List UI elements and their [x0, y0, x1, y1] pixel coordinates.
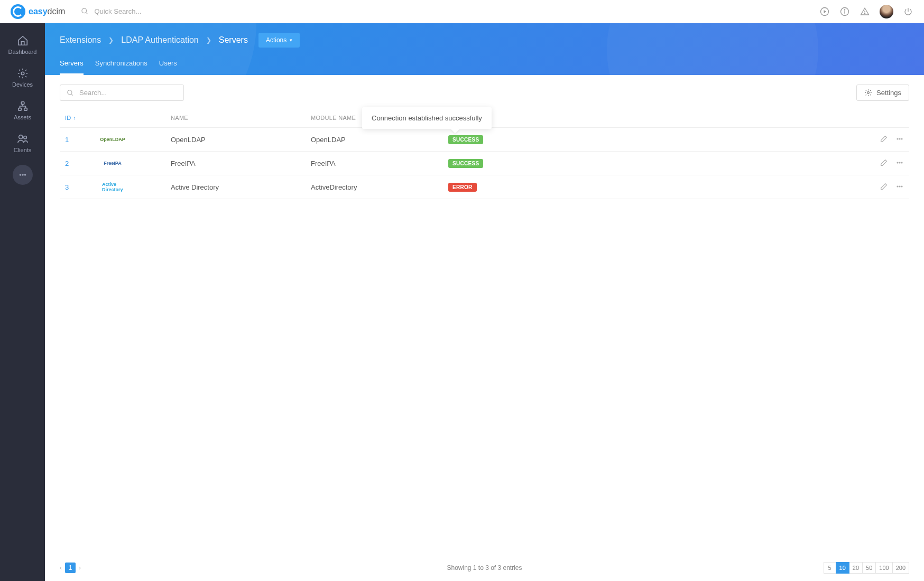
- info-icon[interactable]: [839, 6, 850, 17]
- search-icon: [81, 7, 89, 15]
- svg-point-8: [864, 13, 865, 14]
- svg-marker-3: [824, 10, 827, 13]
- play-icon[interactable]: [819, 6, 830, 17]
- logo-text: easydcim: [29, 7, 65, 16]
- topbar: easydcim Quick Search...: [0, 0, 924, 23]
- svg-point-6: [844, 10, 845, 10]
- svg-point-0: [82, 8, 87, 13]
- svg-line-1: [86, 12, 88, 14]
- avatar[interactable]: [880, 5, 893, 18]
- topbar-right: [819, 5, 913, 18]
- logo[interactable]: easydcim: [11, 4, 65, 19]
- warning-icon[interactable]: [860, 6, 870, 17]
- logo-mark-icon: [11, 4, 25, 19]
- quick-search-placeholder: Quick Search...: [94, 7, 141, 15]
- quick-search[interactable]: Quick Search...: [81, 7, 141, 15]
- power-icon[interactable]: [903, 6, 913, 17]
